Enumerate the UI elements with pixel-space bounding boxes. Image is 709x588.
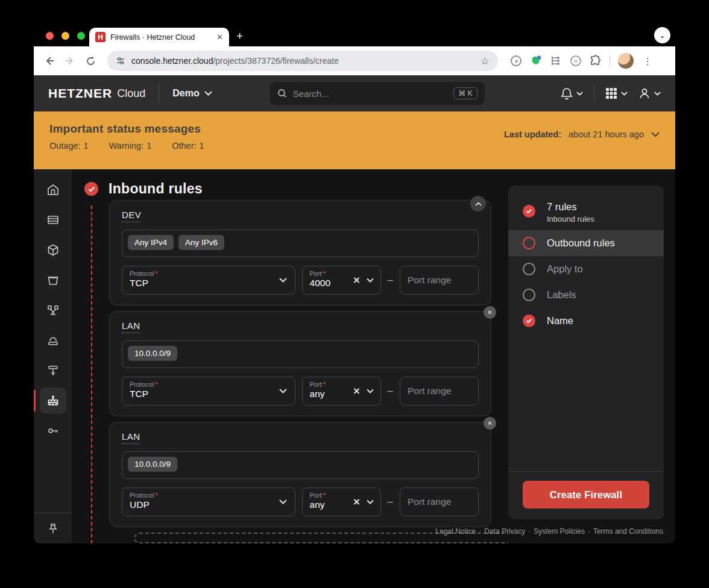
step-labels[interactable]: Labels — [508, 282, 664, 308]
nav-home-icon[interactable] — [40, 177, 66, 203]
browser-tab[interactable]: H Firewalls · Hetzner Cloud ✕ — [89, 28, 229, 46]
step-name[interactable]: Name — [508, 308, 664, 334]
chevron-down-icon — [279, 389, 287, 393]
ips-input[interactable]: 10.0.0.0/9 — [122, 340, 479, 368]
search-shortcut-badge: ⌘ K — [453, 87, 477, 99]
port-value-input[interactable] — [310, 278, 352, 289]
rule-description[interactable]: LAN — [122, 321, 140, 333]
rm-extension-icon[interactable]: M — [570, 55, 582, 67]
create-firewall-button[interactable]: Create Firewall — [523, 481, 649, 508]
step-outbound-rules[interactable]: Outbound rules — [508, 230, 664, 256]
protocol-select[interactable]: Protocol* TCP — [122, 377, 295, 405]
port-range-field[interactable] — [400, 377, 479, 405]
grammarly-extension-icon[interactable] — [510, 55, 522, 67]
step-inbound-rules[interactable]: 7 rules Inbound rules — [508, 193, 664, 230]
nav-volumes-icon[interactable] — [40, 327, 66, 354]
extensions-puzzle-icon[interactable] — [590, 55, 602, 67]
rule-card: ✕ LAN 10.0.0.0/9 Protocol* UDP Port* — [109, 422, 491, 527]
global-search[interactable]: ⌘ K — [270, 82, 485, 105]
list-extension-icon[interactable] — [550, 55, 562, 67]
port-select[interactable]: Port* — [302, 266, 381, 295]
protocol-select[interactable]: Protocol* TCP — [122, 266, 295, 295]
protocol-select[interactable]: Protocol* UDP — [122, 487, 295, 516]
port-range-input[interactable] — [408, 496, 471, 507]
rules-connector-line — [91, 205, 92, 543]
forward-icon[interactable] — [61, 55, 78, 66]
step-title: Outbound rules — [547, 237, 615, 249]
port-select[interactable]: Port* — [302, 377, 381, 405]
back-icon[interactable] — [41, 55, 58, 66]
port-range-field[interactable] — [400, 487, 479, 516]
evernote-extension-icon[interactable] — [530, 55, 542, 67]
other-stat: Other:1 — [172, 141, 204, 151]
tab-search-button[interactable]: ⌄ — [654, 27, 670, 43]
nav-networks-icon[interactable] — [40, 357, 66, 384]
profile-avatar[interactable] — [618, 53, 634, 69]
address-bar[interactable]: console.hetzner.cloud/projects/3873726/f… — [107, 51, 498, 71]
apps-menu[interactable] — [605, 87, 628, 99]
maximize-window-button[interactable] — [77, 32, 85, 40]
ip-chip[interactable]: 10.0.0.0/9 — [128, 457, 177, 472]
ips-input[interactable]: Any IPv4 Any IPv6 — [122, 230, 479, 257]
minimize-window-button[interactable] — [61, 32, 69, 40]
system-policies-link[interactable]: System Policies — [534, 527, 585, 536]
chevron-down-icon — [279, 278, 287, 283]
port-label: Port* — [310, 492, 373, 499]
port-range-input[interactable] — [408, 275, 471, 286]
pin-sidebar-icon[interactable] — [34, 513, 72, 543]
terms-link[interactable]: Terms and Conditions — [593, 527, 663, 536]
ip-chip[interactable]: 10.0.0.0/9 — [128, 346, 177, 361]
rule-description[interactable]: LAN — [122, 431, 140, 444]
clear-port-icon[interactable] — [353, 388, 360, 395]
project-selector[interactable]: Demo — [172, 88, 212, 99]
header-divider — [594, 84, 594, 102]
delete-rule-icon[interactable]: ✕ — [484, 306, 496, 319]
notifications-menu[interactable] — [561, 87, 583, 100]
ip-chip[interactable]: Any IPv6 — [178, 235, 224, 250]
wizard-steps-panel: 7 rules Inbound rules Outbound rules App… — [508, 186, 664, 519]
rule-description[interactable]: DEV — [122, 210, 141, 222]
nav-images-icon[interactable] — [40, 237, 66, 263]
search-input[interactable] — [293, 89, 448, 99]
nav-firewalls-icon[interactable] — [40, 387, 66, 414]
bookmark-star-icon[interactable]: ☆ — [481, 55, 490, 67]
banner-expand[interactable]: Last updated: about 21 hours ago — [504, 130, 660, 139]
legal-notice-link[interactable]: Legal Notice — [435, 527, 476, 536]
hetzner-logo[interactable]: HETZNER — [48, 86, 112, 101]
chevron-down-icon — [654, 92, 661, 96]
section-header: Inbound rules — [84, 181, 508, 197]
step-apply-to[interactable]: Apply to — [508, 256, 664, 282]
account-menu[interactable] — [638, 87, 661, 99]
rule-card: DEV Any IPv4 Any IPv6 Protocol* TCP Port… — [109, 200, 491, 305]
step-done-icon — [523, 205, 535, 217]
protocol-label: Protocol* — [130, 270, 288, 277]
chevron-down-icon[interactable] — [367, 499, 374, 504]
new-tab-button[interactable]: + — [236, 30, 243, 43]
tab-close-icon[interactable]: ✕ — [216, 33, 223, 42]
ips-input[interactable]: 10.0.0.0/9 — [122, 451, 479, 479]
collapse-rule-icon[interactable] — [470, 196, 486, 211]
site-settings-icon[interactable] — [116, 56, 125, 66]
port-value-input[interactable] — [310, 499, 352, 510]
url-text[interactable]: console.hetzner.cloud/projects/3873726/f… — [131, 56, 474, 66]
nav-storage-icon[interactable] — [40, 267, 66, 293]
nav-servers-icon[interactable] — [40, 207, 66, 233]
protocol-value: TCP — [130, 389, 172, 399]
port-select[interactable]: Port* — [302, 487, 381, 516]
clear-port-icon[interactable] — [353, 277, 360, 284]
close-window-button[interactable] — [46, 32, 54, 40]
delete-rule-icon[interactable]: ✕ — [484, 417, 496, 430]
chevron-down-icon[interactable] — [367, 389, 374, 393]
clear-port-icon[interactable] — [353, 499, 360, 505]
nav-load-balancer-icon[interactable] — [40, 297, 66, 324]
data-privacy-link[interactable]: Data Privacy — [484, 527, 525, 536]
reload-icon[interactable] — [82, 56, 99, 66]
ip-chip[interactable]: Any IPv4 — [128, 235, 174, 250]
step-title: Labels — [547, 289, 576, 301]
port-range-input[interactable] — [408, 386, 471, 396]
chevron-down-icon[interactable] — [367, 278, 374, 283]
browser-menu-icon[interactable]: ⋮ — [643, 55, 652, 67]
port-range-field[interactable] — [400, 266, 479, 295]
port-value-input[interactable] — [310, 389, 352, 399]
nav-security-icon[interactable] — [40, 418, 66, 444]
